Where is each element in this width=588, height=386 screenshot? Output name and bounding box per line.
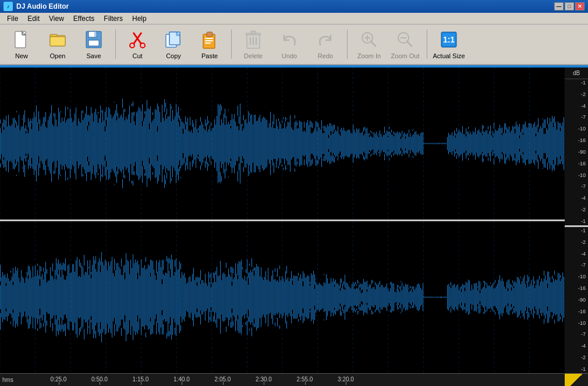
waveform-container[interactable]	[0, 68, 565, 373]
sep-4	[427, 30, 427, 59]
timeline-corner	[565, 374, 588, 387]
svg-rect-21	[205, 38, 213, 39]
svg-rect-20	[207, 32, 212, 37]
db-1-2: -2	[566, 92, 587, 97]
sep-1	[115, 30, 116, 59]
menu-file[interactable]: File	[2, 13, 23, 24]
undo-button[interactable]: Undo	[272, 27, 306, 62]
menu-help[interactable]: Help	[127, 13, 151, 24]
db-2-10b: -10	[566, 321, 587, 326]
delete-label: Delete	[244, 52, 263, 59]
svg-point-13	[130, 43, 134, 48]
db-scale: dB -1 -2 -4 -7 -10 -16 -90 -16 -10 -7 -4…	[565, 68, 588, 373]
db-2-2: -2	[566, 240, 587, 245]
db-1-1: -1	[566, 80, 587, 86]
copy-icon	[163, 29, 184, 50]
svg-point-14	[140, 43, 145, 48]
menu-bar: File Edit View Effects Filters Help	[0, 13, 588, 24]
open-button[interactable]: Open	[41, 27, 75, 62]
db-2-10: -10	[566, 274, 587, 279]
open-label: Open	[50, 52, 66, 59]
timeline-hms-label: hms	[0, 377, 17, 383]
paste-button[interactable]: Paste	[193, 27, 226, 62]
new-button[interactable]: New	[5, 27, 38, 62]
waveform-channel-2	[0, 221, 565, 373]
sep-3	[347, 30, 348, 59]
menu-view[interactable]: View	[44, 13, 69, 24]
channel-2[interactable]	[0, 221, 565, 373]
zoomout-label: Zoom Out	[391, 52, 420, 59]
svg-line-36	[407, 41, 412, 46]
db-1-7: -7	[566, 115, 587, 120]
svg-rect-10	[94, 32, 96, 37]
timeline-tick	[59, 382, 59, 385]
maximize-button[interactable]: □	[565, 2, 574, 10]
zoomout-button[interactable]: Zoom Out	[388, 27, 422, 62]
undo-label: Undo	[282, 52, 297, 59]
db-1-1b: -1	[566, 219, 587, 224]
db-2-90: -90	[566, 298, 587, 303]
actualsize-label: Actual Size	[433, 52, 465, 59]
redo-icon	[315, 29, 336, 50]
delete-button[interactable]: Delete	[236, 27, 270, 62]
app-icon: ♪	[3, 2, 13, 11]
timeline-tick	[100, 382, 100, 385]
channel-1[interactable]	[0, 68, 565, 219]
svg-line-33	[371, 41, 376, 46]
timeline-tick	[141, 382, 141, 385]
sep-2	[231, 30, 232, 59]
db-1-4b: -4	[566, 196, 587, 201]
undo-icon	[279, 29, 300, 50]
cut-label: Cut	[132, 52, 142, 59]
cut-button[interactable]: Cut	[121, 27, 154, 62]
minimize-button[interactable]: —	[554, 2, 564, 10]
db-1-7b: -7	[566, 184, 587, 189]
db-1-90: -90	[566, 150, 587, 155]
zoomin-button[interactable]: Zoom In	[352, 27, 386, 62]
redo-label: Redo	[318, 52, 333, 59]
title-bar: ♪ DJ Audio Editor — □ ✕	[0, 0, 588, 13]
open-icon	[47, 29, 68, 50]
timeline-tick	[346, 382, 346, 385]
menu-edit[interactable]: Edit	[23, 13, 44, 24]
waveform-channel-1	[0, 68, 565, 219]
zoomin-label: Zoom In	[357, 52, 381, 59]
db-header: dB	[565, 69, 588, 79]
new-icon	[11, 29, 32, 50]
save-button[interactable]: Save	[77, 27, 111, 62]
timeline-tick	[182, 382, 182, 385]
save-icon	[83, 29, 104, 50]
copy-label: Copy	[166, 52, 181, 59]
actualsize-button[interactable]: 1:1 Actual Size	[432, 27, 466, 62]
svg-rect-5	[50, 34, 57, 37]
redo-button[interactable]: Redo	[309, 27, 342, 62]
timeline-tick	[223, 382, 224, 385]
main-content: dB -1 -2 -4 -7 -10 -16 -90 -16 -10 -7 -4…	[0, 68, 588, 373]
db-1-4: -4	[566, 104, 587, 109]
timeline-content: 0:25.00:50.01:15.01:40.02:05.02:30.02:55…	[17, 374, 565, 386]
cut-icon	[127, 29, 148, 50]
db-scale-ch2: -1 -2 -4 -7 -10 -16 -90 -16 -10 -7 -4 -2…	[565, 227, 588, 373]
menu-filters[interactable]: Filters	[99, 13, 127, 24]
db-1-2b: -2	[566, 207, 587, 213]
zoomout-icon	[395, 29, 416, 50]
svg-rect-6	[50, 37, 65, 46]
close-button[interactable]: ✕	[575, 2, 585, 10]
db-2-4: -4	[566, 252, 587, 257]
toolbar: New Open Save	[0, 24, 588, 65]
menu-effects[interactable]: Effects	[69, 13, 99, 24]
copy-button[interactable]: Copy	[157, 27, 190, 62]
db-2-7: -7	[566, 263, 587, 268]
db-2-16: -16	[566, 286, 587, 291]
svg-text:1:1: 1:1	[443, 35, 455, 44]
db-2-16b: -16	[566, 309, 587, 314]
timeline-tick	[305, 382, 306, 385]
db-1-10b: -10	[566, 173, 587, 178]
app-title: DJ Audio Editor	[16, 2, 69, 10]
db-1-16b: -16	[566, 161, 587, 167]
window-controls: — □ ✕	[554, 2, 585, 10]
svg-rect-26	[251, 31, 256, 34]
db-1-16: -16	[566, 138, 587, 143]
new-label: New	[15, 52, 28, 59]
actualsize-icon: 1:1	[438, 29, 459, 50]
